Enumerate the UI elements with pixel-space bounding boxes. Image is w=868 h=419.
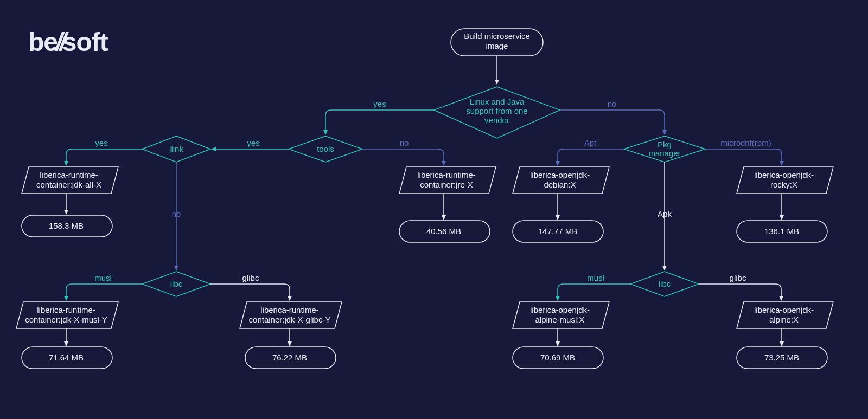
size-alpine: 73.25 MB	[737, 347, 827, 369]
edge-libc-right-musl	[558, 284, 630, 300]
svg-text:container:jdk-all-X: container:jdk-all-X	[36, 180, 101, 189]
label-tools-no: no	[400, 138, 409, 147]
label-tools-yes: yes	[247, 138, 259, 147]
box-debian: liberica-openjdk- debian:X	[513, 167, 609, 194]
svg-text:vendor: vendor	[484, 115, 509, 125]
svg-text:Build microservice: Build microservice	[464, 31, 530, 41]
svg-text:Linux and Java: Linux and Java	[470, 97, 525, 106]
svg-text:70.69 MB: 70.69 MB	[540, 353, 575, 362]
svg-text:158.3 MB: 158.3 MB	[49, 221, 84, 230]
label-jlink-no: no	[172, 209, 181, 218]
decision-libc-right: libc	[630, 272, 699, 296]
svg-text:libc: libc	[659, 279, 671, 288]
svg-text:alpine:X: alpine:X	[769, 315, 799, 324]
node-start: Build microservice image	[451, 29, 543, 56]
edge-vendor-no	[560, 110, 665, 134]
svg-text:rocky:X: rocky:X	[770, 180, 797, 189]
box-jdk-all: liberica-runtime- container:jdk-all-X	[22, 167, 118, 194]
svg-text:image: image	[486, 41, 508, 50]
svg-text:73.25 MB: 73.25 MB	[764, 353, 799, 362]
svg-text:147.77 MB: 147.77 MB	[538, 227, 578, 236]
box-rocky: liberica-openjdk- rocky:X	[737, 167, 833, 194]
svg-text:liberica-openjdk-: liberica-openjdk-	[754, 305, 814, 314]
svg-text:support from one: support from one	[466, 106, 527, 115]
svg-text:71.64 MB: 71.64 MB	[49, 353, 84, 362]
decision-jlink: jlink	[142, 136, 210, 162]
label-pkg-apt: Apt	[584, 138, 597, 147]
edge-libc-left-musl	[66, 284, 142, 300]
svg-text:container:jdk-X-musl-Y: container:jdk-X-musl-Y	[25, 315, 107, 324]
size-jdk-all: 158.3 MB	[22, 215, 112, 237]
decision-vendor: Linux and Java support from one vendor	[434, 87, 560, 138]
edge-jlink-yes	[66, 149, 142, 165]
svg-text:liberica-runtime-: liberica-runtime-	[40, 170, 98, 179]
box-jre: liberica-runtime- container:jre-X	[399, 167, 496, 194]
svg-text:liberica-runtime-: liberica-runtime-	[37, 305, 95, 314]
decision-pkg: Pkg manager	[624, 136, 705, 162]
label-vendor-yes: yes	[373, 99, 386, 108]
svg-text:liberica-runtime-: liberica-runtime-	[417, 170, 476, 179]
size-jre: 40.56 MB	[399, 221, 490, 242]
flowchart: Build microservice image Linux and Java …	[0, 0, 868, 419]
svg-text:container:jdk-X-glibc-Y: container:jdk-X-glibc-Y	[249, 315, 331, 324]
svg-text:136.1 MB: 136.1 MB	[764, 227, 799, 236]
size-alpine-musl: 70.69 MB	[513, 347, 603, 369]
label-pkg-rpm: microdnf(rpm)	[720, 138, 771, 147]
svg-text:tools: tools	[317, 144, 334, 153]
svg-text:liberica-openjdk-: liberica-openjdk-	[530, 170, 590, 179]
size-glibc: 76.22 MB	[245, 347, 336, 369]
svg-text:Pkg: Pkg	[658, 140, 672, 149]
svg-text:liberica-openjdk-: liberica-openjdk-	[530, 305, 590, 314]
label-libc-left-glibc: glibc	[242, 273, 259, 282]
box-alpine: liberica-openjdk- alpine:X	[737, 302, 833, 328]
box-alpine-musl: liberica-openjdk- alpine-musl:X	[513, 302, 609, 328]
label-vendor-no: no	[608, 99, 617, 108]
box-musl: liberica-runtime- container:jdk-X-musl-Y	[16, 302, 118, 328]
svg-text:40.56 MB: 40.56 MB	[426, 227, 461, 236]
svg-text:debian:X: debian:X	[544, 180, 576, 189]
svg-text:alpine-musl:X: alpine-musl:X	[535, 315, 585, 324]
edge-vendor-yes	[326, 110, 434, 134]
label-libc-left-musl: musl	[94, 273, 112, 282]
size-rocky: 136.1 MB	[737, 221, 827, 242]
edge-tools-no	[362, 149, 444, 165]
edge-libc-right-glibc	[699, 284, 781, 300]
edge-pkg-rpm	[705, 149, 782, 165]
svg-text:container:jre-X: container:jre-X	[420, 180, 473, 189]
edge-pkg-apt	[558, 149, 624, 165]
svg-text:liberica-runtime-: liberica-runtime-	[260, 305, 319, 314]
svg-text:jlink: jlink	[169, 144, 183, 153]
svg-text:libc: libc	[170, 279, 183, 288]
svg-text:manager: manager	[648, 149, 680, 158]
size-debian: 147.77 MB	[513, 221, 603, 242]
label-libc-right-musl: musl	[587, 273, 604, 282]
svg-text:liberica-openjdk-: liberica-openjdk-	[754, 170, 814, 179]
decision-tools: tools	[289, 136, 362, 162]
label-jlink-yes: yes	[95, 138, 107, 147]
label-libc-right-glibc: glibc	[730, 273, 746, 282]
edge-libc-left-glibc	[210, 284, 290, 300]
label-pkg-apk: Apk	[658, 209, 672, 218]
svg-text:76.22 MB: 76.22 MB	[272, 353, 307, 362]
start-line2: image	[486, 41, 508, 50]
size-musl: 71.64 MB	[22, 347, 112, 369]
box-glibc: liberica-runtime- container:jdk-X-glibc-…	[240, 302, 342, 328]
start-line1: Build microservice	[464, 31, 530, 41]
decision-libc-left: libc	[142, 272, 210, 296]
